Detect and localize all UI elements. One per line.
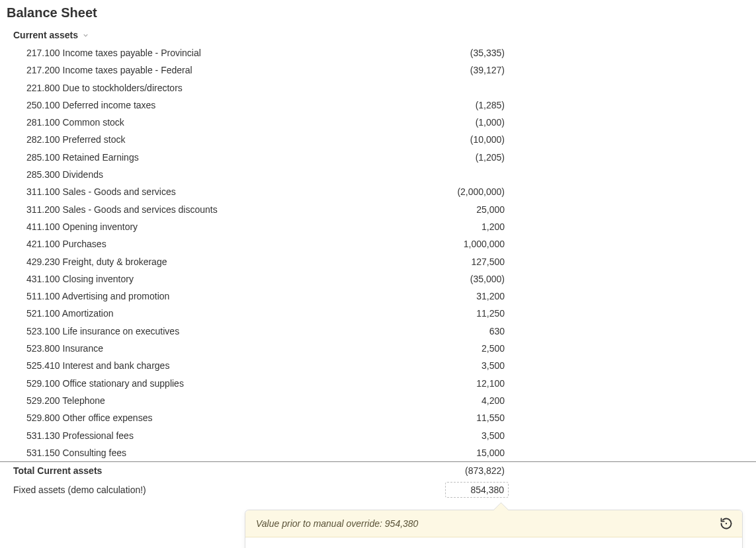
- row-label: 285.100 Retained Earnings: [26, 151, 476, 164]
- section-header-label: Current assets: [13, 30, 78, 40]
- total-value: (873,822): [465, 465, 743, 476]
- table-row[interactable]: 421.100 Purchases1,000,000: [0, 235, 756, 253]
- row-value: (1,000): [476, 116, 743, 129]
- row-value: 25,000: [476, 203, 743, 216]
- table-row[interactable]: 250.100 Deferred income taxes(1,285): [0, 97, 756, 114]
- row-label: 531.150 Consulting fees: [26, 446, 476, 459]
- row-label: 523.100 Life insurance on executives: [26, 325, 489, 338]
- table-row[interactable]: 529.200 Telephone4,200: [0, 392, 756, 409]
- row-value: (35,000): [470, 272, 743, 286]
- table-row[interactable]: 221.800 Due to stockholders/directors: [0, 79, 756, 97]
- override-text: Value prior to manual override: 954,380: [256, 518, 418, 529]
- row-label: 511.100 Advertising and promotion: [26, 290, 476, 303]
- table-row[interactable]: 523.100 Life insurance on executives630: [0, 323, 756, 340]
- row-value: (35,335): [470, 46, 743, 59]
- row-value: 1,000,000: [464, 237, 743, 251]
- row-label: 217.200 Income taxes payable - Federal: [26, 63, 470, 77]
- row-value: (2,000,000): [457, 185, 743, 198]
- chevron-down-icon: [82, 32, 89, 39]
- table-row[interactable]: 217.100 Income taxes payable - Provincia…: [0, 44, 756, 61]
- row-value: 12,100: [476, 377, 743, 390]
- row-label: 529.800 Other office expenses: [26, 411, 476, 424]
- row-label: 281.100 Common stock: [26, 116, 476, 129]
- override-popover: Value prior to manual override: 954,380 …: [245, 510, 743, 548]
- row-value: 3,500: [482, 359, 743, 372]
- table-row[interactable]: 431.100 Closing inventory(35,000): [0, 270, 756, 288]
- row-value: 11,550: [476, 411, 743, 424]
- row-value: 4,200: [482, 394, 743, 407]
- row-label: 411.100 Opening inventory: [26, 220, 482, 233]
- row-value: 127,500: [471, 255, 743, 268]
- row-label: 529.200 Telephone: [26, 394, 482, 407]
- svg-point-0: [726, 523, 727, 524]
- row-label: 529.100 Office stationary and supplies: [26, 377, 476, 390]
- restore-icon[interactable]: [720, 517, 733, 530]
- table-row[interactable]: 523.800 Insurance2,500: [0, 340, 756, 357]
- table-row[interactable]: 525.410 Interest and bank charges3,500: [0, 357, 756, 374]
- fixed-assets-value[interactable]: 854,380: [445, 482, 509, 498]
- row-label: 285.300 Dividends: [26, 168, 505, 181]
- row-label: 531.130 Professional fees: [26, 429, 482, 442]
- row-label: 250.100 Deferred income taxes: [26, 98, 476, 112]
- table-row[interactable]: 531.150 Consulting fees15,000: [0, 444, 756, 461]
- table-row[interactable]: 217.200 Income taxes payable - Federal(3…: [0, 61, 756, 79]
- table-row[interactable]: 282.100 Preferred stock(10,000): [0, 131, 756, 148]
- table-row[interactable]: 531.130 Professional fees3,500: [0, 427, 756, 444]
- table-row[interactable]: 529.800 Other office expenses11,550: [0, 409, 756, 426]
- row-value: 2,500: [482, 342, 743, 355]
- section-header-current-assets[interactable]: Current assets: [0, 27, 756, 44]
- table-row[interactable]: 311.100 Sales - Goods and services(2,000…: [0, 183, 756, 200]
- table-row[interactable]: 311.200 Sales - Goods and services disco…: [0, 201, 756, 218]
- fixed-assets-label: Fixed assets (demo calculation!): [13, 485, 445, 495]
- row-value: (1,285): [476, 98, 743, 112]
- fixed-assets-row[interactable]: Fixed assets (demo calculation!) 854,380: [0, 479, 756, 500]
- table-row[interactable]: 521.100 Amortization11,250: [0, 305, 756, 322]
- table-row[interactable]: 281.100 Common stock(1,000): [0, 114, 756, 131]
- table-row[interactable]: 511.100 Advertising and promotion31,200: [0, 288, 756, 305]
- table-row[interactable]: 285.100 Retained Earnings(1,205): [0, 149, 756, 166]
- row-label: 521.100 Amortization: [26, 307, 476, 320]
- row-label: 421.100 Purchases: [26, 237, 464, 251]
- row-label: 217.100 Income taxes payable - Provincia…: [26, 46, 470, 59]
- table-row[interactable]: 529.100 Office stationary and supplies12…: [0, 375, 756, 392]
- row-value: 630: [489, 325, 743, 338]
- row-label: 311.200 Sales - Goods and services disco…: [26, 203, 476, 216]
- row-label: 311.100 Sales - Goods and services: [26, 185, 457, 198]
- row-label: 429.230 Freight, duty & brokerage: [26, 255, 471, 268]
- row-value: (39,127): [470, 63, 743, 77]
- row-value: (10,000): [470, 133, 743, 146]
- override-banner: Value prior to manual override: 954,380: [245, 510, 742, 537]
- row-label: 431.100 Closing inventory: [26, 272, 470, 286]
- row-label: 525.410 Interest and bank charges: [26, 359, 482, 372]
- table-row[interactable]: 429.230 Freight, duty & brokerage127,500: [0, 253, 756, 270]
- table-row[interactable]: 411.100 Opening inventory1,200: [0, 218, 756, 235]
- row-label: 221.800 Due to stockholders/directors: [26, 81, 505, 95]
- table-row[interactable]: 285.300 Dividends: [0, 166, 756, 183]
- row-label: 282.100 Preferred stock: [26, 133, 470, 146]
- row-value: 1,200: [482, 220, 743, 233]
- row-value: 31,200: [476, 290, 743, 303]
- page-title: Balance Sheet: [0, 0, 756, 27]
- row-value: 15,000: [476, 446, 743, 459]
- row-label: 523.800 Insurance: [26, 342, 482, 355]
- total-row: Total Current assets (873,822): [0, 461, 756, 479]
- row-value: 3,500: [482, 429, 743, 442]
- total-label: Total Current assets: [13, 465, 102, 476]
- row-value: 11,250: [476, 307, 743, 320]
- row-value: (1,205): [476, 151, 743, 164]
